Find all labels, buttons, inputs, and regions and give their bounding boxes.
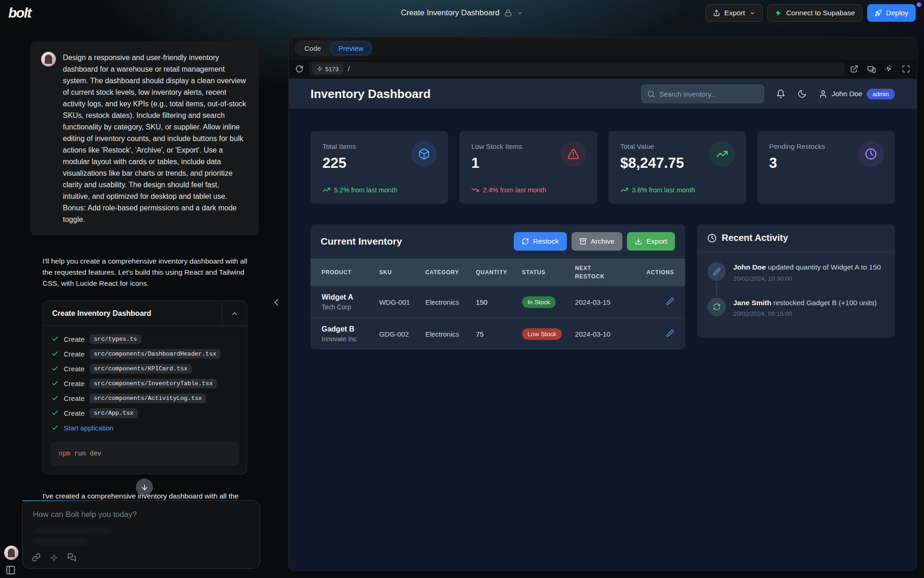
cell-quantity[interactable]: 150 bbox=[476, 298, 522, 306]
activity-title: Recent Activity bbox=[722, 233, 788, 243]
file-chip[interactable]: src/components/KPICard.tsx bbox=[90, 364, 192, 374]
blurred-text bbox=[34, 528, 112, 533]
tab-preview[interactable]: Preview bbox=[331, 42, 371, 55]
dark-mode-toggle-icon[interactable] bbox=[797, 89, 807, 98]
top-bar: bolt Create Inventory Dashboard Export C… bbox=[0, 0, 924, 26]
clock-icon bbox=[858, 141, 884, 167]
preview-panel: Code Preview 5173 / Inventory Dashboard bbox=[288, 37, 917, 571]
export-csv-button[interactable]: Export bbox=[627, 232, 675, 251]
role-badge: admin bbox=[867, 89, 895, 99]
file-chip[interactable]: src/components/ActivityLog.tsx bbox=[90, 394, 206, 403]
rocket-icon bbox=[875, 9, 882, 17]
command-name: npm bbox=[59, 450, 70, 457]
chat-input-box bbox=[22, 500, 260, 569]
deploy-button[interactable]: Deploy bbox=[867, 4, 916, 22]
bell-icon[interactable] bbox=[776, 89, 785, 98]
url-path: / bbox=[348, 65, 350, 73]
reload-icon[interactable] bbox=[295, 65, 304, 73]
task-row: Create src/components/DashboardHeader.ts… bbox=[51, 346, 238, 361]
cell-sku: GDG-002 bbox=[379, 330, 426, 338]
tab-code[interactable]: Code bbox=[297, 42, 329, 55]
user-icon bbox=[819, 90, 827, 98]
col-next-restock: NEXT RESTOCK bbox=[575, 264, 604, 281]
task-action: Create bbox=[64, 380, 85, 387]
account-avatar[interactable] bbox=[4, 546, 18, 560]
sparkles-icon[interactable] bbox=[50, 553, 58, 562]
port-number: 5173 bbox=[325, 66, 339, 73]
chat-mode-icon[interactable] bbox=[67, 553, 76, 562]
artifact-title: Create Inventory Dashboard bbox=[43, 309, 222, 318]
user-message: Design a responsive and user-friendly in… bbox=[30, 42, 259, 235]
sidebar-toggle-icon[interactable] bbox=[6, 565, 16, 575]
url-input[interactable]: 5173 / bbox=[309, 62, 845, 76]
search-input[interactable] bbox=[659, 90, 758, 98]
task-row-start: Start application bbox=[51, 420, 238, 435]
link-icon[interactable] bbox=[32, 553, 41, 562]
user-message-text: Design a responsive and user-friendly in… bbox=[63, 52, 248, 225]
check-icon bbox=[51, 409, 59, 417]
project-title: Create Inventory Dashboard bbox=[401, 8, 500, 18]
start-application-link[interactable]: Start application bbox=[64, 424, 114, 432]
user-avatar bbox=[41, 52, 56, 67]
deploy-label: Deploy bbox=[886, 9, 908, 17]
archive-button[interactable]: Archive bbox=[571, 232, 623, 251]
connect-supabase-button[interactable]: Connect to Supabase bbox=[767, 4, 863, 22]
collapse-artifact-button[interactable] bbox=[222, 301, 247, 326]
status-badge: Low Stock bbox=[522, 328, 562, 340]
kpi-trend-text: 5.2% from last month bbox=[334, 186, 397, 194]
activity-timestamp: 20/02/2024, 10:30:00 bbox=[733, 275, 881, 282]
task-action: Create bbox=[64, 365, 85, 373]
file-chip[interactable]: src/components/DashboardHeader.tsx bbox=[90, 349, 220, 359]
user-menu[interactable]: John Doe admin bbox=[819, 89, 895, 99]
archive-label: Archive bbox=[591, 237, 615, 246]
export-label: Export bbox=[646, 237, 667, 246]
preview-url-bar: 5173 / bbox=[289, 59, 917, 79]
task-action: Create bbox=[64, 335, 85, 343]
cell-quantity[interactable]: 75 bbox=[476, 330, 522, 338]
inspect-icon[interactable] bbox=[885, 65, 893, 73]
col-actions: ACTIONS bbox=[635, 269, 674, 276]
kpi-trend-text: 2.4% from last month bbox=[483, 186, 546, 194]
col-status: STATUS bbox=[522, 269, 575, 276]
cell-supplier: Innovate Inc bbox=[322, 335, 379, 343]
edit-icon[interactable] bbox=[666, 329, 674, 337]
notification-dot bbox=[917, 2, 921, 7]
task-action: Create bbox=[64, 409, 85, 417]
activity-user: Jane Smith bbox=[733, 299, 772, 307]
cell-category: Electronics bbox=[425, 298, 476, 306]
devices-icon[interactable] bbox=[867, 65, 876, 74]
export-button[interactable]: Export bbox=[705, 4, 763, 22]
fullscreen-icon[interactable] bbox=[902, 65, 910, 73]
restock-button[interactable]: Restock bbox=[514, 232, 567, 251]
cell-category: Electronics bbox=[425, 330, 476, 338]
file-chip[interactable]: src/App.tsx bbox=[90, 408, 138, 418]
cell-product: Widget A bbox=[322, 293, 379, 301]
project-title-group[interactable]: Create Inventory Dashboard bbox=[401, 8, 523, 18]
arrow-down-icon bbox=[140, 483, 149, 492]
file-chip[interactable]: src/types.ts bbox=[90, 334, 141, 344]
file-chip[interactable]: src/components/InventoryTable.tsx bbox=[90, 379, 217, 388]
upload-icon bbox=[713, 9, 720, 17]
bolt-logo[interactable]: bolt bbox=[8, 5, 31, 21]
trending-up-icon bbox=[620, 186, 628, 194]
col-sku: SKU bbox=[379, 269, 426, 276]
kpi-trend-text: 3.8% from last month bbox=[632, 186, 695, 194]
supabase-label: Connect to Supabase bbox=[786, 9, 855, 17]
col-product: PRODUCT bbox=[322, 269, 379, 276]
open-external-icon[interactable] bbox=[850, 65, 858, 73]
chat-input[interactable] bbox=[23, 501, 260, 540]
page-title: Inventory Dashboard bbox=[310, 87, 431, 101]
edit-icon[interactable] bbox=[666, 297, 674, 305]
trending-up-icon bbox=[322, 186, 330, 194]
package-icon bbox=[411, 141, 437, 167]
table-row: Gadget B Innovate Inc GDG-002 Electronic… bbox=[310, 318, 685, 350]
col-quantity: QUANTITY bbox=[476, 269, 522, 276]
inventory-table-card: Current Inventory Restock Archive bbox=[310, 224, 685, 350]
kpi-card-total-value: Total Value $8,247.75 3.8% from last mon… bbox=[608, 131, 746, 204]
port-chip[interactable]: 5173 bbox=[312, 64, 343, 74]
collapse-chat-handle[interactable] bbox=[271, 297, 282, 308]
chevron-down-icon[interactable] bbox=[516, 10, 523, 17]
command-args: run dev bbox=[74, 450, 102, 457]
search-icon bbox=[647, 90, 655, 98]
task-action: Create bbox=[64, 350, 85, 358]
